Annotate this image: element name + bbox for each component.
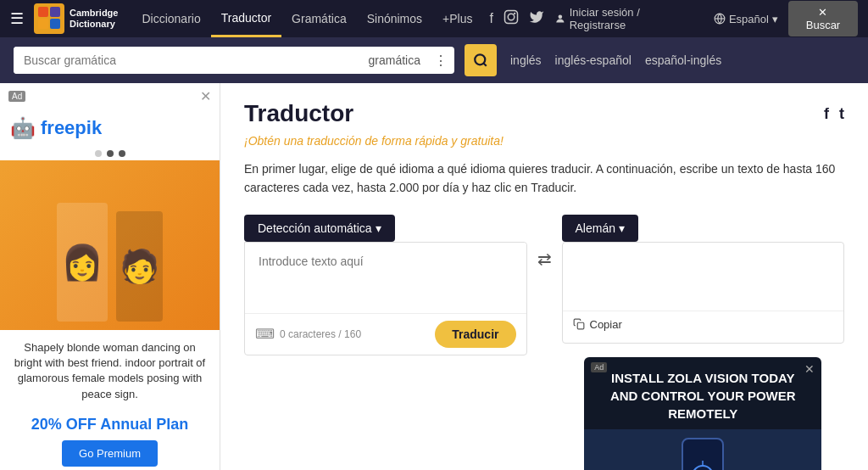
translator-footer: ⌨ 0 caracteres / 160 Traducir [245,313,526,355]
nav-links: Diccionario Traductor Gramática Sinónimo… [131,0,482,37]
zola-ad-image [584,429,821,470]
tab-espanol-ingles[interactable]: español-inglés [645,50,721,70]
ad-close-button[interactable]: ✕ [200,88,211,104]
target-text-box: Copiar [562,242,845,344]
page-title: Traductor [244,100,353,127]
svg-point-7 [559,14,563,19]
auth-label: Iniciar sesión / Registrarse [570,6,697,31]
language-selector[interactable]: Español ▾ [714,13,778,25]
svg-rect-3 [50,19,60,29]
svg-line-11 [483,63,486,65]
instagram-icon[interactable] [504,9,519,28]
facebook-icon[interactable]: f [489,11,492,26]
dot-1[interactable] [95,150,102,157]
lang-label: Español [729,13,769,25]
site-name: Cambridge Dictionary [70,8,118,30]
search-options-icon[interactable]: ⋮ [427,53,454,69]
page-social-icons: f t [824,105,844,123]
translator-source: Detección automática ▾ ⌨ 0 caracteres / … [244,215,527,355]
keyboard-icon: ⌨ [255,326,275,342]
svg-rect-1 [50,7,60,17]
ad-discount: 20% OFF Annual Plan [0,412,220,437]
search-keyword: gramática [362,47,427,74]
search-button[interactable]: ✕ Buscar [788,1,858,36]
svg-point-13 [693,466,713,470]
translated-text [563,243,844,311]
dot-2[interactable] [107,150,114,157]
dictionary-tabs: inglés inglés-español español-inglés [510,50,721,70]
translate-button[interactable]: Traducir [435,321,515,348]
zola-ad: Ad ✕ INSTALL ZOLA VISION TODAY AND CONTR… [584,357,821,470]
nav-traductor[interactable]: Traductor [211,0,281,37]
source-textarea[interactable] [245,243,526,311]
page-title-row: Traductor f t [244,100,844,127]
social-links: f [489,9,543,28]
dot-3[interactable] [119,150,125,157]
ad-premium-button[interactable]: Go Premium [62,440,158,467]
ad-caption: Shapely blonde woman dancing on bright w… [0,330,220,412]
char-count: ⌨ 0 caracteres / 160 [255,326,361,342]
source-lang-row: Detección automática ▾ [244,215,527,242]
logo-area: Cambridge Dictionary [34,3,118,34]
twitter-icon[interactable] [529,9,544,28]
freepik-label: freepik [41,117,102,139]
source-language-button[interactable]: Detección automática ▾ [244,215,395,242]
figure-1: 👩 [57,203,108,322]
search-go-button[interactable] [465,44,497,76]
copy-button[interactable]: Copiar [563,311,844,338]
ad-carousel-dots [0,147,220,160]
svg-point-6 [514,13,515,14]
nav-plus[interactable]: +Plus [432,0,482,37]
left-advertisement: Ad ✕ 🤖 freepik 👩 🧑 Shapely blonde woman … [0,83,220,470]
logo-box [34,3,64,34]
content-area: Ad ✕ 🤖 freepik 👩 🧑 Shapely blonde woman … [0,83,868,470]
lang-chevron-icon: ▾ [772,13,778,25]
svg-rect-0 [38,7,48,17]
svg-point-5 [508,14,515,20]
freepik-logo: 🤖 freepik [0,109,220,147]
ad-image: 👩 🧑 [0,160,220,330]
char-count-text: 0 caracteres / 160 [280,328,361,340]
page-subtitle: ¡Obtén una traducción de forma rápida y … [244,134,844,148]
hamburger-menu-icon[interactable]: ☰ [10,9,24,28]
tab-ingles-espanol[interactable]: inglés-español [555,50,632,70]
search-bar: gramática ⋮ inglés inglés-español españo… [0,37,868,83]
share-facebook-icon[interactable]: f [824,105,829,123]
svg-rect-2 [38,19,48,29]
svg-point-10 [475,54,485,64]
search-input-wrap: gramática ⋮ [14,47,454,74]
translator-target: Alemán ▾ Copiar Ad ✕ INSTALL ZOLA VISION… [562,215,845,470]
zola-ad-close-button[interactable]: ✕ [804,362,815,376]
figure-2: 🧑 [116,211,163,322]
zola-ad-badge: Ad [591,362,607,372]
nav-sinonimos[interactable]: Sinónimos [357,0,432,37]
svg-rect-4 [504,11,517,24]
page-description: En primer lugar, elige de qué idioma a q… [244,159,844,198]
source-text-box: ⌨ 0 caracteres / 160 Traducir [244,242,527,355]
zola-ad-title: INSTALL ZOLA VISION TODAY AND CONTROL YO… [584,357,821,429]
auth-link[interactable]: Iniciar sesión / Registrarse [554,6,697,31]
nav-gramatica[interactable]: Gramática [281,0,357,37]
nav-diccionario[interactable]: Diccionario [131,0,210,37]
top-navigation: ☰ Cambridge Dictionary Diccionario Tradu… [0,0,868,37]
search-input[interactable] [14,47,362,74]
ad-header: Ad ✕ [0,83,220,109]
copy-label: Copiar [590,318,622,331]
target-language-button[interactable]: Alemán ▾ [562,215,638,242]
svg-rect-12 [577,323,584,330]
tab-ingles[interactable]: inglés [510,50,542,70]
share-twitter-icon[interactable]: t [839,105,844,123]
swap-languages-button[interactable]: ⇄ [527,249,562,269]
logo-emblem [36,5,62,33]
target-lang-row: Alemán ▾ [562,215,845,242]
translator-area: Detección automática ▾ ⌨ 0 caracteres / … [244,215,844,470]
main-content: Traductor f t ¡Obtén una traducción de f… [220,83,868,470]
ad-badge: Ad [8,91,25,102]
zola-phone-icon [682,438,724,470]
bottom-advertisement: Ad ✕ INSTALL ZOLA VISION TODAY AND CONTR… [562,357,845,470]
freepik-robot-icon: 🤖 [10,116,36,140]
